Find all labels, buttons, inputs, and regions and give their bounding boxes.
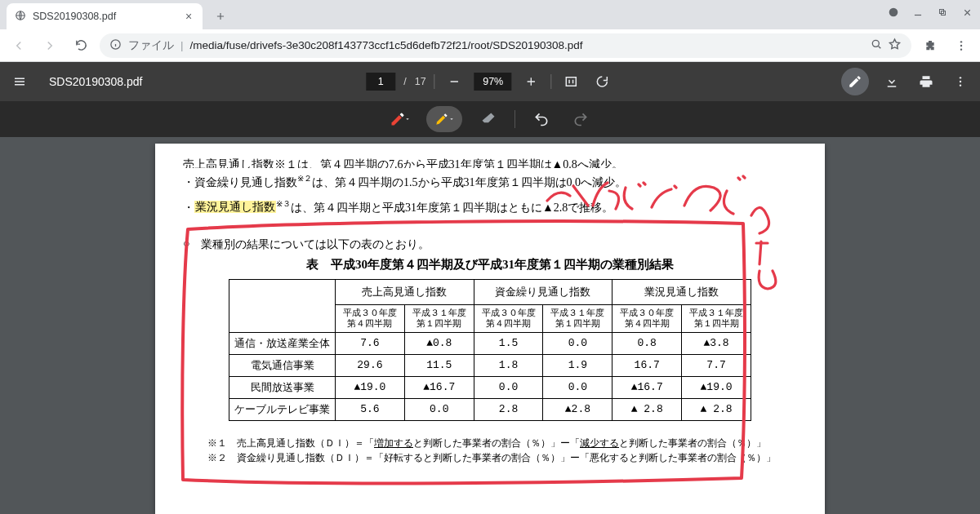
pdf-stage[interactable]: 売上高見通し指数※１は、第４四半期の7.6から平成31年度第１四半期は▲0.8へ… bbox=[0, 137, 980, 514]
minimize-icon[interactable] bbox=[906, 3, 929, 21]
highlighter-yellow-tool[interactable] bbox=[426, 106, 462, 132]
eraser-tool[interactable] bbox=[475, 106, 501, 132]
table-row: ケーブルテレビ事業 5.60.0 2.8▲2.8 ▲ 2.8▲ 2.8 bbox=[229, 398, 751, 420]
fit-page-icon[interactable] bbox=[560, 70, 583, 93]
svg-point-12 bbox=[960, 84, 961, 86]
highlighted-text: 業況見通し指数 bbox=[194, 201, 276, 213]
clipped-line: 売上高見通し指数※１は、第４四半期の7.6から平成31年度第１四半期は▲0.8へ… bbox=[183, 155, 797, 168]
separator bbox=[434, 74, 435, 89]
zoom-in-button[interactable] bbox=[520, 70, 543, 93]
close-tab-icon[interactable]: × bbox=[183, 11, 194, 22]
browser-tabstrip: SDS20190308.pdf × bbox=[0, 0, 980, 29]
tab-title: SDS20190308.pdf bbox=[33, 11, 116, 22]
table-row: 民間放送事業 ▲19.0▲16.7 0.00.0 ▲16.7▲19.0 bbox=[229, 376, 751, 398]
bullet-line-2: ・資金繰り見通し指数※２は、第４四半期の1.5から平成31年度第１四半期は0.0… bbox=[183, 168, 797, 193]
zoom-out-button[interactable] bbox=[443, 70, 466, 93]
page-total: 17 bbox=[415, 76, 426, 87]
svg-point-8 bbox=[960, 48, 962, 50]
new-tab-button[interactable] bbox=[209, 5, 232, 28]
pen-red-tool[interactable] bbox=[387, 106, 413, 132]
col-group-2: 資金繰り見通し指数 bbox=[474, 280, 612, 305]
table-row: 通信・放送産業全体 7.6▲0.8 1.50.0 0.8▲3.8 bbox=[229, 332, 751, 354]
col-group-3: 業況見通し指数 bbox=[612, 280, 751, 305]
globe-icon bbox=[15, 10, 26, 24]
page-current-input[interactable]: 1 bbox=[366, 73, 395, 91]
url-path: /media/fuse/drivefs-3e30c208f143773ccf1c… bbox=[190, 39, 583, 51]
back-button[interactable] bbox=[7, 33, 31, 58]
hamburger-icon[interactable] bbox=[8, 70, 31, 93]
search-icon[interactable] bbox=[870, 38, 883, 53]
account-icon[interactable] bbox=[882, 3, 905, 21]
info-icon[interactable] bbox=[109, 38, 122, 53]
star-icon[interactable] bbox=[888, 38, 902, 54]
separator bbox=[514, 110, 515, 128]
download-icon[interactable] bbox=[880, 70, 903, 93]
page-separator: / bbox=[403, 76, 406, 87]
table-row: 電気通信事業 29.611.5 1.81.9 16.77.7 bbox=[229, 354, 751, 376]
pdf-toolbar: SDS20190308.pdf 1 / 17 97% bbox=[0, 62, 980, 101]
svg-point-11 bbox=[960, 81, 961, 82]
svg-point-6 bbox=[960, 41, 962, 42]
maximize-icon[interactable] bbox=[931, 3, 954, 21]
rotate-icon[interactable] bbox=[591, 70, 614, 93]
browser-toolbar: ファイル | /media/fuse/drivefs-3e30c208f1437… bbox=[0, 29, 980, 62]
table-intro: ○ 業種別の結果については以下の表のとおり。 bbox=[183, 237, 797, 252]
annotate-button[interactable] bbox=[841, 68, 869, 95]
annotation-toolbar bbox=[0, 101, 980, 137]
print-icon[interactable] bbox=[915, 70, 938, 93]
url-scheme: ファイル bbox=[128, 38, 174, 53]
redo-button[interactable] bbox=[568, 106, 594, 132]
bullet-line-3: ・業況見通し指数※３は、第４四半期と平成31年度第１四半期はともに▲2.8で推移… bbox=[183, 193, 797, 219]
address-bar[interactable]: ファイル | /media/fuse/drivefs-3e30c208f1437… bbox=[100, 33, 911, 58]
pdf-title: SDS20190308.pdf bbox=[49, 75, 142, 88]
results-table: 売上高見通し指数 資金繰り見通し指数 業況見通し指数 平成３０年度第４四半期 平… bbox=[229, 279, 751, 420]
svg-point-1 bbox=[889, 8, 898, 17]
undo-button[interactable] bbox=[528, 106, 555, 132]
zoom-level[interactable]: 97% bbox=[474, 73, 512, 91]
svg-rect-9 bbox=[567, 78, 577, 86]
browser-tab[interactable]: SDS20190308.pdf × bbox=[7, 3, 203, 29]
more-icon[interactable] bbox=[949, 70, 972, 93]
separator bbox=[551, 74, 552, 89]
window-controls bbox=[882, 3, 978, 21]
col-group-1: 売上高見通し指数 bbox=[336, 280, 474, 305]
extensions-icon[interactable] bbox=[918, 33, 942, 58]
menu-icon[interactable] bbox=[949, 33, 973, 58]
reload-button[interactable] bbox=[69, 33, 93, 58]
footnotes: ※１ 売上高見通し指数（ＤＩ）＝「増加すると判断した事業者の割合（％）」ー「減少… bbox=[183, 436, 797, 466]
close-window-icon[interactable] bbox=[956, 3, 978, 21]
svg-point-10 bbox=[960, 77, 961, 78]
pdf-page: 売上高見通し指数※１は、第４四半期の7.6から平成31年度第１四半期は▲0.8へ… bbox=[155, 144, 825, 514]
table-caption: 表 平成30年度第４四半期及び平成31年度第１四半期の業種別結果 bbox=[183, 257, 797, 273]
svg-point-5 bbox=[872, 40, 879, 47]
svg-point-7 bbox=[960, 44, 962, 46]
forward-button[interactable] bbox=[38, 33, 62, 58]
